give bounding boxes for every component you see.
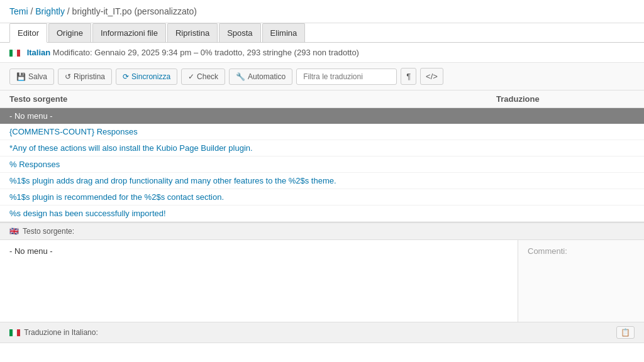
auto-label: Automatico (248, 72, 286, 81)
save-label: Salva (28, 72, 47, 81)
source-section-header: 🇬🇧 Testo sorgente: (0, 222, 644, 240)
paragraph-button[interactable]: ¶ (401, 68, 416, 85)
col-translation-header: Traduzione (496, 94, 635, 104)
col-source-header: Testo sorgente (9, 94, 496, 104)
list-item[interactable]: % Responses (0, 156, 644, 173)
sync-icon: ⟳ (123, 72, 129, 81)
source-text: - No menu - (0, 240, 518, 322)
toolbar: 💾 Salva ↺ Ripristina ⟳ Sincronizza ✓ Che… (0, 63, 644, 90)
translation-flag-icon (9, 328, 24, 337)
auto-button[interactable]: 🔧 Automatico (229, 69, 292, 85)
copy-to-translation-button[interactable]: 📋 (616, 326, 635, 339)
tab-info-file[interactable]: Informazioni file (92, 23, 166, 42)
code-button[interactable]: </> (420, 68, 443, 85)
code-icon: </> (426, 72, 438, 81)
translation-textarea[interactable] (0, 343, 644, 362)
source-flag-icon: 🇬🇧 (9, 227, 19, 236)
flag-icon (9, 48, 22, 57)
breadcrumb-current: brightly-it_IT.po (personalizzato) (72, 6, 197, 16)
check-label: Check (197, 72, 218, 81)
list-item[interactable]: *Any of these actions will also install … (0, 140, 644, 156)
translation-header-left: Traduzione in Italiano: (9, 328, 98, 337)
list-item[interactable]: {COMMENTS-COUNT} Responses (0, 124, 644, 140)
save-button[interactable]: 💾 Salva (9, 69, 54, 85)
translation-section-header: Traduzione in Italiano: 📋 (0, 322, 644, 343)
check-icon: ✓ (188, 72, 194, 81)
check-button[interactable]: ✓ Check (181, 69, 225, 85)
translation-section-label: Traduzione in Italiano: (24, 328, 98, 337)
table-header: Testo sorgente Traduzione (0, 90, 644, 108)
filter-input[interactable] (296, 69, 397, 85)
breadcrumb-temi-link[interactable]: Temi (9, 6, 28, 16)
group-header: - No menu - (0, 108, 644, 124)
tab-ripristina[interactable]: Ripristina (167, 23, 218, 42)
strings-list: - No menu - {COMMENTS-COUNT} Responses *… (0, 108, 644, 222)
save-icon: 💾 (16, 72, 26, 81)
breadcrumb-brightly-link[interactable]: Brightly (35, 6, 65, 16)
tab-editor[interactable]: Editor (9, 23, 47, 43)
restore-icon: ↺ (65, 72, 71, 81)
sync-button[interactable]: ⟳ Sincronizza (116, 69, 177, 85)
breadcrumb-sep2: / (67, 6, 72, 16)
tabs-bar: Editor Origine Informazioni file Riprist… (0, 23, 644, 43)
language-name: Italian (27, 48, 51, 57)
source-section-label: Testo sorgente: (23, 227, 74, 236)
editor-split: - No menu - Commenti: (0, 240, 644, 322)
locale-bar: Italian Modificato: Gennaio 29, 2025 9:3… (0, 43, 644, 63)
restore-button[interactable]: ↺ Ripristina (58, 69, 112, 85)
tab-elimina[interactable]: Elimina (262, 23, 306, 42)
breadcrumb: Temi / Brightly / brightly-it_IT.po (per… (0, 0, 644, 23)
modified-text: Modificato: Gennaio 29, 2025 9:34 pm – 0… (53, 48, 359, 57)
list-item[interactable]: %1$s plugin adds drag and drop functiona… (0, 173, 644, 189)
auto-icon: 🔧 (236, 72, 245, 81)
paragraph-icon: ¶ (406, 72, 411, 81)
sync-label: Sincronizza (131, 72, 170, 81)
tab-sposta[interactable]: Sposta (219, 23, 260, 42)
list-item[interactable]: %1$s plugin is recommended for the %2$s … (0, 189, 644, 206)
editor-panel: 🇬🇧 Testo sorgente: - No menu - Commenti:… (0, 222, 644, 362)
tab-origine[interactable]: Origine (48, 23, 91, 42)
restore-label: Ripristina (74, 72, 105, 81)
list-item[interactable]: %s design has been successfully imported… (0, 206, 644, 222)
comments-panel: Commenti: (518, 240, 644, 322)
